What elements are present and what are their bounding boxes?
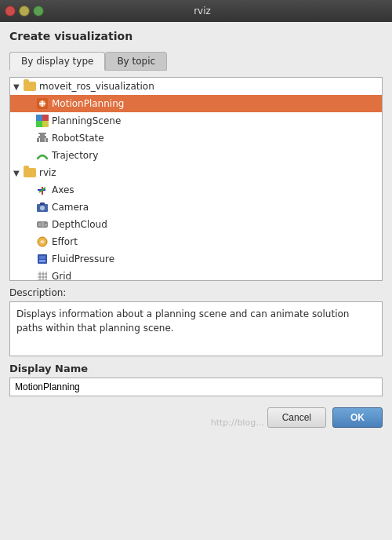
button-row: Cancel OK: [267, 407, 383, 428]
svg-rect-4: [36, 115, 42, 121]
grid-icon: [35, 270, 49, 281]
motionplanning-label: MotionPlanning: [52, 98, 124, 109]
tree-group-rviz[interactable]: ▼ rviz: [10, 164, 382, 181]
svg-rect-19: [40, 202, 45, 205]
tree-item-grid[interactable]: Grid: [10, 268, 382, 281]
folder-icon-moveit: [23, 80, 37, 93]
motionplanning-icon: [35, 97, 49, 110]
svg-rect-6: [36, 121, 42, 127]
description-section: Description: Displays information about …: [9, 287, 383, 356]
tree-item-trajectory[interactable]: Trajectory: [10, 147, 382, 164]
depthcloud-icon: [35, 218, 49, 231]
svg-point-18: [40, 206, 45, 210]
planningscene-icon: [35, 115, 49, 127]
svg-rect-23: [45, 224, 47, 226]
trajectory-label: Trajectory: [52, 150, 98, 161]
camera-label: Camera: [52, 202, 89, 213]
svg-rect-26: [39, 256, 45, 259]
effort-label: Effort: [52, 236, 78, 247]
description-label: Description:: [9, 287, 383, 298]
tree-group-moveit[interactable]: ▼ moveit_ros_visualization: [10, 78, 382, 95]
svg-rect-13: [45, 134, 46, 136]
tab-bar: By display type By topic: [9, 52, 383, 71]
display-name-label: Display Name: [9, 363, 383, 374]
folder-icon-rviz: [23, 166, 37, 179]
window-title: rviz: [49, 5, 356, 16]
tree-item-fluidpressure[interactable]: FluidPressure: [10, 250, 382, 268]
expand-arrow-rviz: ▼: [13, 169, 23, 177]
axes-icon: [35, 184, 49, 196]
tree-item-effort[interactable]: Effort: [10, 233, 382, 250]
grid-label: Grid: [52, 271, 71, 281]
tree-item-axes[interactable]: Axes: [10, 181, 382, 199]
watermark-text: http://blog...: [9, 418, 267, 428]
svg-rect-9: [40, 138, 45, 142]
group-label-rviz: rviz: [39, 167, 56, 178]
tab-by-display-type[interactable]: By display type: [9, 52, 105, 71]
visualization-tree[interactable]: ▼ moveit_ros_visualization MotionPlannin…: [9, 77, 383, 281]
dialog-title: Create visualization: [9, 30, 383, 42]
svg-rect-12: [38, 134, 40, 136]
window-controls: [5, 5, 44, 16]
tree-item-robotstate[interactable]: RobotState: [10, 130, 382, 147]
planningscene-label: PlanningScene: [52, 115, 121, 126]
depthcloud-label: DepthCloud: [52, 219, 107, 230]
fluidpressure-label: FluidPressure: [52, 254, 114, 265]
titlebar: rviz: [0, 0, 392, 22]
expand-arrow-moveit: ▼: [13, 82, 23, 91]
tree-item-motionplanning[interactable]: MotionPlanning: [10, 95, 382, 112]
robotstate-label: RobotState: [52, 133, 104, 144]
trajectory-icon: [35, 149, 49, 162]
dialog-content: Create visualization By display type By …: [0, 22, 392, 540]
robotstate-icon: [35, 132, 49, 144]
svg-rect-22: [42, 222, 44, 227]
close-button[interactable]: [5, 5, 16, 16]
svg-rect-11: [45, 138, 48, 142]
ok-button[interactable]: OK: [332, 407, 383, 428]
svg-rect-5: [42, 115, 49, 121]
svg-rect-10: [37, 138, 39, 142]
axes-label: Axes: [52, 184, 74, 195]
svg-rect-21: [38, 223, 41, 226]
tab-by-topic[interactable]: By topic: [105, 52, 167, 71]
maximize-button[interactable]: [33, 5, 44, 16]
effort-icon: [35, 235, 49, 248]
tree-item-camera[interactable]: Camera: [10, 199, 382, 216]
svg-rect-7: [42, 121, 49, 127]
group-label-moveit: moveit_ros_visualization: [39, 81, 154, 92]
camera-icon: [35, 201, 49, 213]
fluidpressure-icon: [35, 253, 49, 265]
display-name-input[interactable]: [9, 378, 383, 396]
description-text: Displays information about a planning sc…: [9, 301, 383, 356]
cancel-button[interactable]: Cancel: [267, 407, 326, 428]
tree-item-depthcloud[interactable]: DepthCloud: [10, 216, 382, 233]
minimize-button[interactable]: [19, 5, 30, 16]
tree-item-planningscene[interactable]: PlanningScene: [10, 112, 382, 130]
svg-rect-27: [39, 260, 45, 262]
display-name-section: Display Name: [9, 363, 383, 396]
